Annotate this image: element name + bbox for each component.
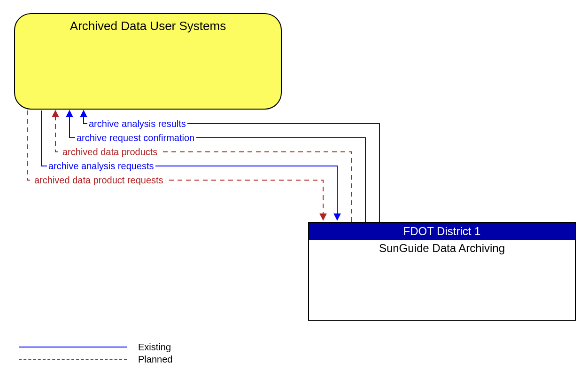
label-archived-data-products: archived data products [61, 147, 159, 158]
legend: Existing Planned [19, 341, 172, 365]
legend-text-planned: Planned [138, 354, 172, 365]
legend-text-existing: Existing [138, 342, 171, 353]
node-title: Archived Data User Systems [15, 19, 281, 33]
label-archive-request-confirmation: archive request confirmation [75, 133, 196, 143]
legend-row-existing: Existing [19, 341, 172, 353]
label-archive-analysis-requests: archive analysis requests [47, 161, 155, 172]
label-archive-analysis-results: archive analysis results [87, 118, 187, 129]
node-body: SunGuide Data Archiving [309, 240, 575, 255]
legend-line-existing [19, 347, 127, 347]
node-fdot-district-1: FDOT District 1 SunGuide Data Archiving [308, 222, 576, 321]
label-archived-data-product-requests: archived data product requests [33, 175, 165, 186]
node-header: FDOT District 1 [309, 223, 575, 240]
legend-line-planned [19, 359, 127, 360]
legend-row-planned: Planned [19, 353, 172, 365]
node-archived-data-user-systems: Archived Data User Systems [14, 13, 282, 110]
